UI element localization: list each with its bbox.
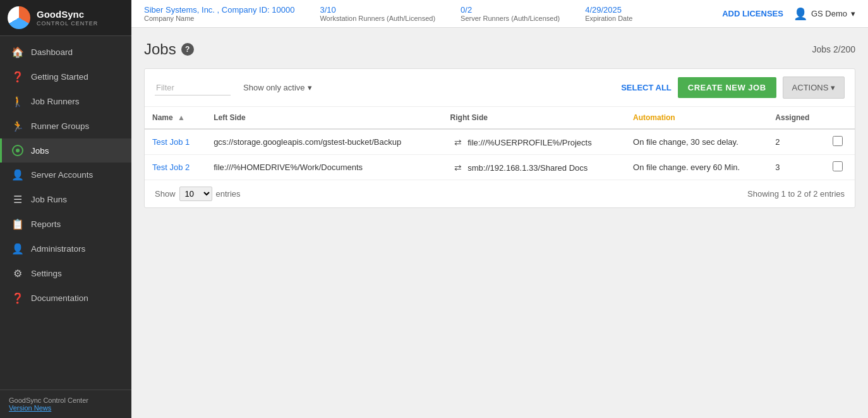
show-active-label: Show only active — [243, 83, 305, 92]
sort-icon: ▲ — [178, 113, 185, 122]
sidebar-nav: 🏠 Dashboard ❓ Getting Started 🚶 Job Runn… — [0, 36, 131, 390]
show-entries: Show 10 25 50 100 entries — [155, 187, 241, 201]
sidebar-item-dashboard[interactable]: 🏠 Dashboard — [0, 40, 131, 65]
reports-icon: 📋 — [11, 218, 25, 230]
logo-subtitle: CONTROL CENTER — [37, 20, 98, 27]
sidebar-item-documentation[interactable]: ❓ Documentation — [0, 286, 131, 310]
topbar-info: Siber Systems, Inc. , Company ID: 10000 … — [144, 5, 632, 22]
row-checkbox-cell — [825, 129, 855, 155]
dropdown-arrow-icon: ▾ — [308, 83, 312, 92]
sidebar-label-getting-started: Getting Started — [31, 72, 88, 82]
runner-icon: 🚶 — [11, 95, 25, 108]
topbar-right: ADD LICENSES 👤 GS Demo ▾ — [722, 7, 855, 21]
question-icon: ❓ — [11, 71, 25, 83]
server-label: Server Runners (Auth/Licensed) — [461, 15, 560, 22]
actions-button[interactable]: ACTIONS ▾ — [783, 77, 845, 99]
logo-icon — [8, 6, 30, 29]
row-checkbox-0[interactable] — [833, 136, 843, 146]
jobs-table-card: Show only active ▾ SELECT ALL CREATE NEW… — [144, 68, 855, 208]
col-checkbox — [825, 107, 855, 129]
entries-label: entries — [216, 189, 241, 199]
jobs-icon — [11, 145, 25, 156]
col-left-side: Left Side — [206, 107, 442, 129]
col-automation: Automation — [625, 107, 768, 129]
filter-input[interactable] — [155, 80, 231, 95]
col-assigned: Assigned — [768, 107, 825, 129]
home-icon: 🏠 — [11, 46, 25, 58]
main-content: Siber Systems, Inc. , Company ID: 10000 … — [131, 0, 868, 418]
row-checkbox-cell — [825, 155, 855, 180]
settings-icon: ⚙ — [11, 267, 25, 280]
add-licenses-link[interactable]: ADD LICENSES — [722, 9, 783, 18]
job-link-0[interactable]: Test Job 1 — [152, 137, 190, 147]
logo-title: GoodSync — [37, 9, 98, 20]
row-checkbox-1[interactable] — [833, 161, 843, 171]
job-name-cell: Test Job 1 — [145, 129, 206, 155]
entries-select[interactable]: 10 25 50 100 — [179, 187, 212, 201]
sidebar-item-administrators[interactable]: 👤 Administrators — [0, 237, 131, 261]
job-link-1[interactable]: Test Job 2 — [152, 163, 190, 172]
svg-point-1 — [16, 149, 20, 152]
toolbar-right: SELECT ALL CREATE NEW JOB ACTIONS ▾ — [621, 77, 845, 99]
actions-dropdown-icon: ▾ — [831, 83, 835, 92]
workstation-label: Workstation Runners (Auth/Licensed) — [320, 15, 435, 22]
version-link[interactable]: Version News — [9, 404, 51, 412]
company-label: Company Name — [144, 15, 294, 22]
sidebar-item-settings[interactable]: ⚙ Settings — [0, 261, 131, 286]
user-dropdown-icon: ▾ — [851, 9, 855, 18]
topbar-server: 0/2 Server Runners (Auth/Licensed) — [461, 5, 560, 22]
topbar-expiration: 4/29/2025 Expiration Date — [585, 5, 632, 22]
showing-text: Showing 1 to 2 of 2 entries — [747, 189, 845, 199]
jobs-table: Name ▲ Left Side Right Side Automation A… — [145, 107, 855, 180]
sidebar-item-reports[interactable]: 📋 Reports — [0, 212, 131, 237]
sidebar-label-job-runners: Job Runners — [31, 97, 80, 106]
page-content: Jobs ? Jobs 2/200 Show only active ▾ SEL… — [131, 28, 868, 418]
toolbar-left: Show only active ▾ — [155, 80, 317, 95]
table-row: Test Job 2 file:///%HOMEDRIVE%/Work/Docu… — [145, 155, 855, 180]
create-new-job-button[interactable]: CREATE NEW JOB — [678, 77, 776, 98]
sidebar-item-runner-groups[interactable]: 🏃 Runner Groups — [0, 114, 131, 138]
server-accounts-icon: 👤 — [11, 169, 25, 181]
col-right-side: Right Side — [443, 107, 625, 129]
table-row: Test Job 1 gcs://storage.googleapis.com/… — [145, 129, 855, 155]
automation-cell: On file change. every 60 Min. — [625, 155, 768, 180]
right-side-cell: ⇄ file:///%USERPROFILE%/Projects — [443, 129, 625, 155]
sidebar-item-job-runs[interactable]: ☰ Job Runs — [0, 187, 131, 212]
sidebar-logo: GoodSync CONTROL CENTER — [0, 0, 131, 36]
job-runs-icon: ☰ — [11, 194, 25, 206]
sidebar-label-runner-groups: Runner Groups — [31, 121, 89, 131]
logo-text: GoodSync CONTROL CENTER — [37, 9, 98, 27]
sidebar-item-job-runners[interactable]: 🚶 Job Runners — [0, 89, 131, 114]
sidebar-label-server-accounts: Server Accounts — [31, 170, 93, 180]
show-only-active-button[interactable]: Show only active ▾ — [238, 80, 317, 95]
workstation-value: 3/10 — [320, 5, 435, 15]
sidebar-item-getting-started[interactable]: ❓ Getting Started — [0, 65, 131, 89]
expiration-label: Expiration Date — [585, 15, 632, 22]
table-footer: Show 10 25 50 100 entries Showing 1 to 2… — [145, 180, 855, 207]
user-menu[interactable]: 👤 GS Demo ▾ — [793, 7, 855, 21]
user-icon: 👤 — [793, 7, 807, 21]
company-value: Siber Systems, Inc. , Company ID: 10000 — [144, 5, 294, 15]
page-header: Jobs ? Jobs 2/200 — [144, 40, 855, 58]
user-name: GS Demo — [811, 9, 847, 18]
select-all-button[interactable]: SELECT ALL — [621, 83, 672, 92]
sidebar-label-documentation: Documentation — [31, 293, 88, 303]
left-side-cell: file:///%HOMEDRIVE%/Work/Documents — [206, 155, 442, 180]
topbar-company: Siber Systems, Inc. , Company ID: 10000 … — [144, 5, 294, 22]
sidebar-item-jobs[interactable]: Jobs — [0, 138, 131, 163]
sidebar-label-administrators: Administrators — [31, 244, 85, 254]
col-name[interactable]: Name ▲ — [145, 107, 206, 129]
page-help-icon[interactable]: ? — [181, 43, 194, 56]
sidebar-item-server-accounts[interactable]: 👤 Server Accounts — [0, 163, 131, 187]
left-side-cell: gcs://storage.googleapis.com/gstest-buck… — [206, 129, 442, 155]
admin-icon: 👤 — [11, 243, 25, 255]
table-toolbar: Show only active ▾ SELECT ALL CREATE NEW… — [145, 69, 855, 107]
assigned-cell: 2 — [768, 129, 825, 155]
show-label: Show — [155, 189, 176, 199]
app-name: GoodSync Control Center — [9, 396, 123, 404]
group-icon: 🏃 — [11, 120, 25, 132]
sync-icon: ⇄ — [454, 137, 462, 147]
sidebar-label-jobs: Jobs — [31, 146, 49, 156]
assigned-cell: 3 — [768, 155, 825, 180]
sidebar-footer: GoodSync Control Center Version News — [0, 390, 131, 418]
